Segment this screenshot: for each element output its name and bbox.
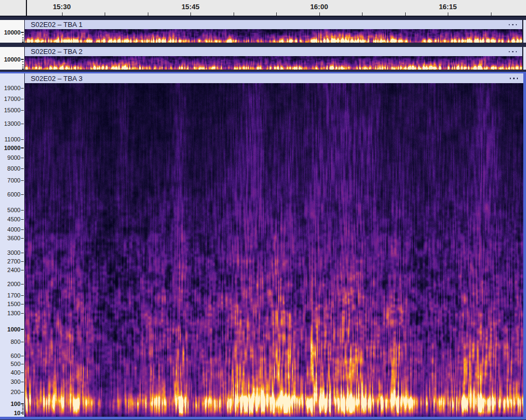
track-separator (0, 43, 526, 47)
freq-tick (21, 270, 24, 270)
clip-menu-button[interactable] (509, 51, 517, 52)
freq-tick (21, 392, 24, 392)
spectrogram-track-2[interactable] (25, 56, 522, 70)
freq-tick (22, 40, 24, 41)
clip-title[interactable]: S02E02 – TBA 2 (31, 48, 83, 56)
audio-track-1: 10000 S02E02 – TBA 1 (0, 20, 526, 43)
clip-menu-button[interactable] (509, 24, 517, 25)
freq-label: 10000 (0, 29, 21, 36)
freq-label: 300 (0, 378, 21, 385)
clip-header-track-2[interactable]: S02E02 – TBA 2 (25, 47, 522, 56)
ellipsis-icon (517, 78, 518, 79)
freq-tick (22, 62, 24, 62)
freq-label: 9000 (0, 154, 21, 161)
clip-title[interactable]: S02E02 – TBA 3 (31, 74, 83, 83)
freq-label: 7000 (0, 177, 21, 184)
freq-tick (21, 284, 24, 284)
track-background (523, 20, 526, 43)
audio-track-3-focused: 1900017000150001300011000100009000800070… (0, 72, 526, 419)
freq-tick (21, 382, 24, 382)
freq-tick (21, 210, 24, 211)
track-background (523, 47, 526, 70)
freq-label: 600 (0, 353, 21, 359)
freq-tick (22, 66, 24, 66)
freq-tick (21, 403, 24, 404)
ellipsis-icon (509, 24, 510, 25)
ellipsis-icon (512, 51, 514, 52)
ellipsis-icon (512, 24, 514, 25)
freq-label: 1300 (0, 310, 21, 316)
ellipsis-icon (509, 51, 510, 52)
freq-tick (21, 194, 24, 195)
freq-label: 10000 (0, 145, 21, 151)
freq-tick (22, 411, 24, 412)
freq-label: 500 (0, 361, 21, 367)
freq-label: 2000 (0, 281, 21, 287)
freq-tick (22, 412, 24, 413)
freq-tick (21, 261, 24, 262)
freq-label: 10 (0, 410, 21, 416)
clip-title[interactable]: S02E02 – TBA 1 (31, 21, 83, 29)
freq-tick (22, 414, 24, 415)
freq-tick (21, 88, 24, 89)
freq-label: 19000 (0, 85, 21, 91)
freq-tick (22, 406, 24, 407)
spectrogram-track-3[interactable] (25, 83, 523, 417)
freq-tick (21, 372, 24, 373)
freq-label: 8000 (0, 165, 21, 172)
freq-label: 15000 (0, 107, 21, 113)
freq-tick (21, 313, 24, 314)
freq-label: 17000 (0, 96, 21, 102)
ellipsis-icon (510, 78, 511, 79)
time-label: 15:45 (181, 3, 199, 11)
freq-tick (21, 229, 24, 230)
time-label: 15:30 (53, 3, 71, 11)
clip-header-track-1[interactable]: S02E02 – TBA 1 (25, 20, 522, 29)
ellipsis-icon (516, 51, 517, 52)
freq-tick (21, 295, 24, 296)
freq-label: 200 (0, 389, 21, 395)
freq-tick (21, 59, 24, 60)
vertical-ruler-track-2[interactable]: 10000 (0, 47, 24, 70)
freq-tick (22, 405, 24, 405)
freq-label: 2700 (0, 258, 21, 265)
time-label: 16:15 (439, 3, 456, 11)
freq-label: 1700 (0, 292, 21, 299)
audio-editor-window: 15:3015:4516:0016:15 10000 S02E02 – TBA … (0, 0, 526, 420)
timeline-ruler[interactable]: 15:3015:4516:0016:15 (0, 0, 526, 16)
freq-tick (21, 342, 24, 342)
freq-label: 13000 (0, 120, 21, 127)
spectrogram-track-1[interactable] (25, 29, 522, 43)
freq-tick (22, 37, 24, 38)
freq-tick (21, 356, 24, 356)
freq-tick (21, 168, 24, 169)
frequency-ruler-track-3[interactable]: 1900017000150001300011000100009000800070… (0, 73, 24, 417)
freq-label: 10000 (0, 56, 21, 63)
freq-label: 2400 (0, 267, 21, 273)
freq-tick (21, 253, 24, 253)
clip-menu-button[interactable] (510, 78, 518, 79)
freq-label: 6000 (0, 191, 21, 198)
freq-tick (21, 99, 24, 99)
freq-label: 11000 (0, 136, 21, 143)
freq-label: 4500 (0, 216, 21, 222)
freq-tick (21, 124, 24, 124)
freq-tick (21, 147, 24, 148)
freq-label: 5000 (0, 207, 21, 213)
vertical-ruler-track-1[interactable]: 10000 (0, 20, 24, 43)
freq-label: 800 (0, 338, 21, 345)
clip-header-track-3[interactable]: S02E02 – TBA 3 (25, 73, 523, 83)
freq-tick (21, 32, 24, 33)
freq-tick (22, 67, 24, 68)
freq-tick (21, 180, 24, 181)
freq-tick (21, 139, 24, 140)
freq-tick (21, 158, 24, 158)
freq-tick (22, 409, 24, 409)
freq-tick (21, 364, 24, 364)
freq-label: 1500 (0, 301, 21, 307)
freq-label: 1000 (0, 326, 21, 333)
ellipsis-icon (513, 78, 515, 79)
freq-tick (22, 410, 24, 410)
freq-label: 3000 (0, 249, 21, 256)
ellipsis-icon (516, 24, 517, 25)
